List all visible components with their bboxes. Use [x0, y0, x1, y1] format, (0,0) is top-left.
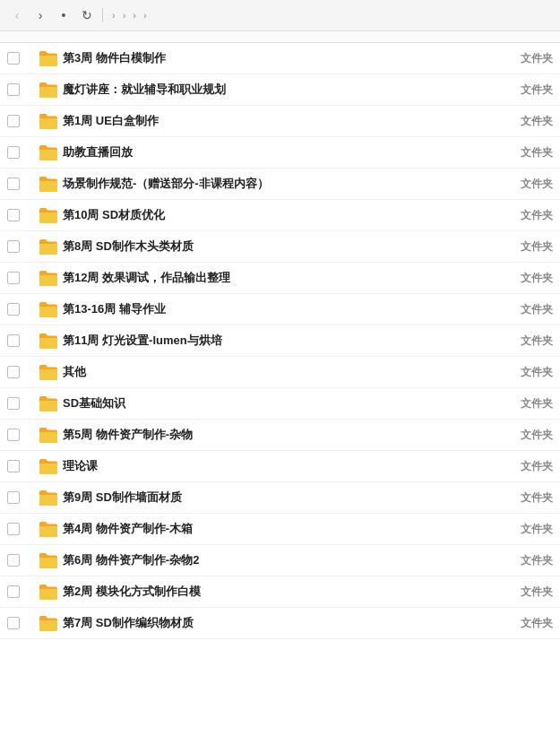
file-icon-col: [32, 143, 57, 161]
file-checkbox[interactable]: [7, 397, 20, 410]
file-checkbox[interactable]: [7, 209, 20, 221]
folder-icon: [38, 112, 59, 130]
file-checkbox-col: [7, 83, 32, 96]
file-name: 理论课: [57, 458, 374, 474]
file-name: 助教直播回放: [57, 144, 374, 160]
file-icon-col: [32, 520, 57, 538]
folder-icon: [38, 332, 59, 350]
file-checkbox[interactable]: [7, 52, 20, 65]
file-checkbox[interactable]: [7, 554, 20, 567]
file-type: 文件夹: [499, 208, 553, 223]
file-checkbox-col: [7, 115, 32, 127]
file-row[interactable]: 第3周 物件白模制作 文件夹: [0, 43, 560, 74]
refresh-button[interactable]: ↻: [77, 5, 97, 25]
folder-icon: [38, 269, 59, 287]
file-row[interactable]: 第2周 模块化方式制作白模 文件夹: [0, 576, 560, 608]
file-icon-col: [32, 551, 57, 569]
file-checkbox-col: [7, 523, 32, 535]
forward-button[interactable]: ›: [30, 5, 50, 25]
folder-icon: [38, 426, 59, 444]
breadcrumb-sep-1: ›: [112, 10, 116, 21]
file-row[interactable]: 第8周 SD制作木头类材质 文件夹: [0, 231, 560, 263]
folder-icon: [38, 143, 59, 161]
file-type: 文件夹: [499, 145, 553, 160]
file-checkbox[interactable]: [7, 617, 20, 629]
file-type: 文件夹: [499, 553, 553, 568]
breadcrumb-sep-3: ›: [133, 10, 136, 21]
file-row[interactable]: 第5周 物件资产制作-杂物 文件夹: [0, 420, 560, 451]
file-row[interactable]: 第12周 效果调试，作品输出整理 文件夹: [0, 263, 560, 294]
file-icon-col: [32, 49, 57, 67]
file-checkbox[interactable]: [7, 240, 20, 253]
file-name: 魔灯讲座：就业辅导和职业规划: [57, 82, 374, 98]
file-type: 文件夹: [499, 490, 553, 506]
file-name: 第11周 灯光设置-lumen与烘培: [57, 333, 374, 349]
file-name: 第12周 效果调试，作品输出整理: [57, 270, 374, 286]
file-checkbox[interactable]: [7, 334, 20, 347]
back-button[interactable]: ‹: [7, 5, 27, 25]
file-row[interactable]: SD基础知识 文件夹: [0, 388, 560, 420]
file-row[interactable]: 第10周 SD材质优化 文件夹: [0, 200, 560, 231]
folder-icon: [38, 175, 59, 193]
file-checkbox[interactable]: [7, 178, 20, 190]
file-name: 第2周 模块化方式制作白模: [57, 584, 374, 600]
file-checkbox[interactable]: [7, 429, 20, 441]
file-checkbox[interactable]: [7, 585, 20, 598]
file-checkbox-col: [7, 178, 32, 190]
file-checkbox-col: [7, 585, 32, 598]
file-icon-col: [32, 238, 57, 256]
file-type: 文件夹: [499, 459, 553, 474]
file-list: 第3周 物件白模制作 文件夹 魔灯讲座：就业辅导和职业规划 文件夹: [0, 43, 560, 639]
file-checkbox-col: [7, 397, 32, 410]
file-checkbox-col: [7, 460, 32, 472]
file-name: 其他: [57, 364, 374, 380]
file-icon-col: [32, 332, 57, 350]
file-row[interactable]: 第13-16周 辅导作业 文件夹: [0, 294, 560, 325]
file-icon-col: [32, 426, 57, 444]
file-row[interactable]: 第7周 SD制作编织物材质 文件夹: [0, 608, 560, 639]
file-row[interactable]: 第6周 物件资产制作-杂物2 文件夹: [0, 545, 560, 576]
file-checkbox[interactable]: [7, 146, 20, 159]
file-type: 文件夹: [499, 51, 553, 66]
dot-button[interactable]: •: [54, 5, 73, 25]
file-row[interactable]: 理论课 文件夹: [0, 451, 560, 482]
file-name: 场景制作规范-（赠送部分-非课程内容）: [57, 176, 374, 192]
file-checkbox-col: [7, 491, 32, 504]
file-name: 第6周 物件资产制作-杂物2: [57, 552, 374, 568]
file-row[interactable]: 第4周 物件资产制作-木箱 文件夹: [0, 514, 560, 545]
file-row[interactable]: 其他 文件夹: [0, 357, 560, 388]
file-row[interactable]: 场景制作规范-（赠送部分-非课程内容） 文件夹: [0, 169, 560, 200]
file-type: 文件夹: [499, 82, 553, 98]
file-row[interactable]: 第11周 灯光设置-lumen与烘培 文件夹: [0, 325, 560, 357]
file-name: 第10周 SD材质优化: [57, 207, 374, 223]
file-type: 文件夹: [499, 177, 553, 192]
breadcrumb: › › › ›: [108, 10, 553, 21]
file-icon-col: [32, 363, 57, 381]
file-icon-col: [32, 81, 57, 99]
file-row[interactable]: 魔灯讲座：就业辅导和职业规划 文件夹: [0, 74, 560, 106]
file-type: 文件夹: [499, 585, 553, 600]
file-name: 第7周 SD制作编织物材质: [57, 615, 374, 631]
file-checkbox[interactable]: [7, 366, 20, 378]
folder-icon: [38, 551, 59, 569]
file-row[interactable]: 第1周 UE白盒制作 文件夹: [0, 106, 560, 137]
file-checkbox[interactable]: [7, 523, 20, 535]
file-name: 第3周 物件白模制作: [57, 50, 374, 66]
file-checkbox[interactable]: [7, 460, 20, 472]
file-row[interactable]: 第9周 SD制作墙面材质 文件夹: [0, 482, 560, 514]
file-checkbox[interactable]: [7, 491, 20, 504]
file-checkbox[interactable]: [7, 115, 20, 127]
file-type: 文件夹: [499, 616, 553, 631]
folder-icon: [38, 583, 59, 601]
file-icon-col: [32, 489, 57, 507]
file-row[interactable]: 助教直播回放 文件夹: [0, 137, 560, 169]
file-checkbox[interactable]: [7, 303, 20, 316]
nav-bar: ‹ › • ↻ › › › ›: [0, 0, 560, 31]
file-type: 文件夹: [499, 271, 553, 286]
file-icon-col: [32, 394, 57, 412]
file-checkbox[interactable]: [7, 83, 20, 96]
file-checkbox[interactable]: [7, 272, 20, 284]
file-list-header: [0, 31, 560, 43]
file-icon-col: [32, 614, 57, 632]
file-checkbox-col: [7, 429, 32, 441]
